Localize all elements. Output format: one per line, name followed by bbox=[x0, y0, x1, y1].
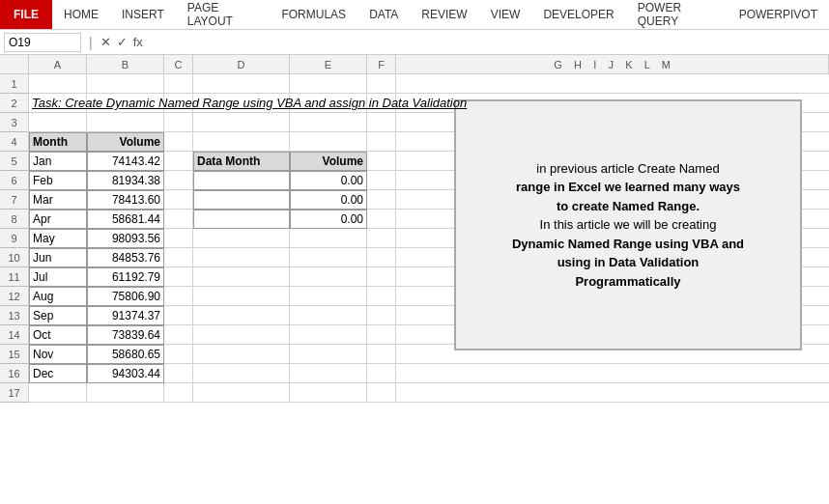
cell-c14[interactable]: 73839.64 bbox=[87, 325, 164, 345]
cell-g6[interactable] bbox=[367, 171, 396, 190]
cell-e8[interactable] bbox=[193, 210, 290, 229]
cell-d9[interactable] bbox=[164, 229, 193, 248]
cell-b1[interactable] bbox=[29, 74, 87, 94]
cell-e14[interactable] bbox=[193, 325, 290, 345]
cell-d16[interactable] bbox=[164, 364, 193, 383]
cell-f12[interactable] bbox=[290, 287, 367, 306]
cell-d8[interactable] bbox=[164, 210, 193, 229]
cell-g1[interactable] bbox=[367, 74, 396, 94]
cell-b14[interactable]: Oct bbox=[29, 325, 87, 345]
cell-e17[interactable] bbox=[193, 383, 290, 403]
cell-e10[interactable] bbox=[193, 248, 290, 267]
cell-b6[interactable]: Feb bbox=[29, 171, 87, 190]
cell-d4[interactable] bbox=[164, 132, 193, 152]
cell-d14[interactable] bbox=[164, 325, 193, 345]
cell-b16[interactable]: Dec bbox=[29, 364, 87, 383]
cell-g14[interactable] bbox=[367, 325, 396, 345]
cell-d11[interactable] bbox=[164, 267, 193, 287]
cell-g10[interactable] bbox=[367, 248, 396, 267]
cell-g17[interactable] bbox=[367, 383, 396, 403]
cell-e12[interactable] bbox=[193, 287, 290, 306]
cell-c6[interactable]: 81934.38 bbox=[87, 171, 164, 190]
cell-e1[interactable] bbox=[193, 74, 290, 94]
cell-g4[interactable] bbox=[367, 132, 396, 152]
cell-f9[interactable] bbox=[290, 229, 367, 248]
ribbon-tab-home[interactable]: HOME bbox=[52, 0, 110, 29]
cell-rest1[interactable] bbox=[396, 74, 829, 94]
cell-g12[interactable] bbox=[367, 287, 396, 306]
cell-f17[interactable] bbox=[290, 383, 367, 403]
cell-f11[interactable] bbox=[290, 267, 367, 287]
ribbon-tab-formulas[interactable]: FORMULAS bbox=[270, 0, 357, 29]
cell-e16[interactable] bbox=[193, 364, 290, 383]
cell-d17[interactable] bbox=[164, 383, 193, 403]
cell-c5[interactable]: 74143.42 bbox=[87, 152, 164, 171]
cell-g9[interactable] bbox=[367, 229, 396, 248]
cell-d13[interactable] bbox=[164, 306, 193, 325]
cell-d1[interactable] bbox=[164, 74, 193, 94]
cell-b4[interactable]: Month bbox=[29, 132, 87, 152]
cell-g7[interactable] bbox=[367, 190, 396, 210]
cell-f6[interactable]: 0.00 bbox=[290, 171, 367, 190]
cell-f7[interactable]: 0.00 bbox=[290, 190, 367, 210]
cell-d10[interactable] bbox=[164, 248, 193, 267]
cell-c11[interactable]: 61192.79 bbox=[87, 267, 164, 287]
cell-b15[interactable]: Nov bbox=[29, 345, 87, 364]
cell-rest16[interactable] bbox=[396, 364, 829, 383]
cell-g16[interactable] bbox=[367, 364, 396, 383]
ribbon-tab-developer[interactable]: DEVELOPER bbox=[531, 0, 625, 29]
cell-f8[interactable]: 0.00 bbox=[290, 210, 367, 229]
cell-e4[interactable] bbox=[193, 132, 290, 152]
ribbon-tab-power-query[interactable]: POWER QUERY bbox=[626, 0, 728, 29]
formula-input[interactable] bbox=[147, 35, 825, 50]
cell-b2[interactable]: Task: Create Dynamic Named Range using V… bbox=[29, 94, 87, 113]
cell-e7[interactable] bbox=[193, 190, 290, 210]
cell-b10[interactable]: Jun bbox=[29, 248, 87, 267]
cell-b7[interactable]: Mar bbox=[29, 190, 87, 210]
cell-c8[interactable]: 58681.44 bbox=[87, 210, 164, 229]
cell-c4[interactable]: Volume bbox=[87, 132, 164, 152]
cell-e3[interactable] bbox=[193, 113, 290, 132]
ribbon-tab-powerpivot[interactable]: POWERPIVOT bbox=[728, 0, 829, 29]
cell-b12[interactable]: Aug bbox=[29, 287, 87, 306]
cell-e6[interactable] bbox=[193, 171, 290, 190]
ribbon-tab-insert[interactable]: INSERT bbox=[110, 0, 176, 29]
cell-f14[interactable] bbox=[290, 325, 367, 345]
cell-d12[interactable] bbox=[164, 287, 193, 306]
cell-rest17[interactable] bbox=[396, 383, 829, 403]
cell-b17[interactable] bbox=[29, 383, 87, 403]
cell-d7[interactable] bbox=[164, 190, 193, 210]
cell-f16[interactable] bbox=[290, 364, 367, 383]
cell-g5[interactable] bbox=[367, 152, 396, 171]
cell-b5[interactable]: Jan bbox=[29, 152, 87, 171]
cell-f4[interactable] bbox=[290, 132, 367, 152]
cell-f5[interactable]: Volume bbox=[290, 152, 367, 171]
cell-b11[interactable]: Jul bbox=[29, 267, 87, 287]
ribbon-tab-view[interactable]: VIEW bbox=[479, 0, 532, 29]
cell-c7[interactable]: 78413.60 bbox=[87, 190, 164, 210]
cell-e13[interactable] bbox=[193, 306, 290, 325]
cell-e15[interactable] bbox=[193, 345, 290, 364]
cell-c17[interactable] bbox=[87, 383, 164, 403]
cell-g8[interactable] bbox=[367, 210, 396, 229]
cell-c3[interactable] bbox=[87, 113, 164, 132]
cancel-icon[interactable]: ✕ bbox=[100, 35, 111, 49]
cell-g11[interactable] bbox=[367, 267, 396, 287]
fx-icon[interactable]: fx bbox=[133, 35, 143, 49]
cell-g3[interactable] bbox=[367, 113, 396, 132]
cell-b8[interactable]: Apr bbox=[29, 210, 87, 229]
cell-f10[interactable] bbox=[290, 248, 367, 267]
cell-e5[interactable]: Data Month bbox=[193, 152, 290, 171]
cell-e9[interactable] bbox=[193, 229, 290, 248]
cell-g15[interactable] bbox=[367, 345, 396, 364]
cell-d3[interactable] bbox=[164, 113, 193, 132]
confirm-icon[interactable]: ✓ bbox=[117, 35, 128, 49]
cell-g13[interactable] bbox=[367, 306, 396, 325]
cell-e11[interactable] bbox=[193, 267, 290, 287]
cell-c12[interactable]: 75806.90 bbox=[87, 287, 164, 306]
cell-c1[interactable] bbox=[87, 74, 164, 94]
cell-b13[interactable]: Sep bbox=[29, 306, 87, 325]
cell-c10[interactable]: 84853.76 bbox=[87, 248, 164, 267]
cell-c15[interactable]: 58680.65 bbox=[87, 345, 164, 364]
file-tab[interactable]: FILE bbox=[0, 0, 52, 29]
